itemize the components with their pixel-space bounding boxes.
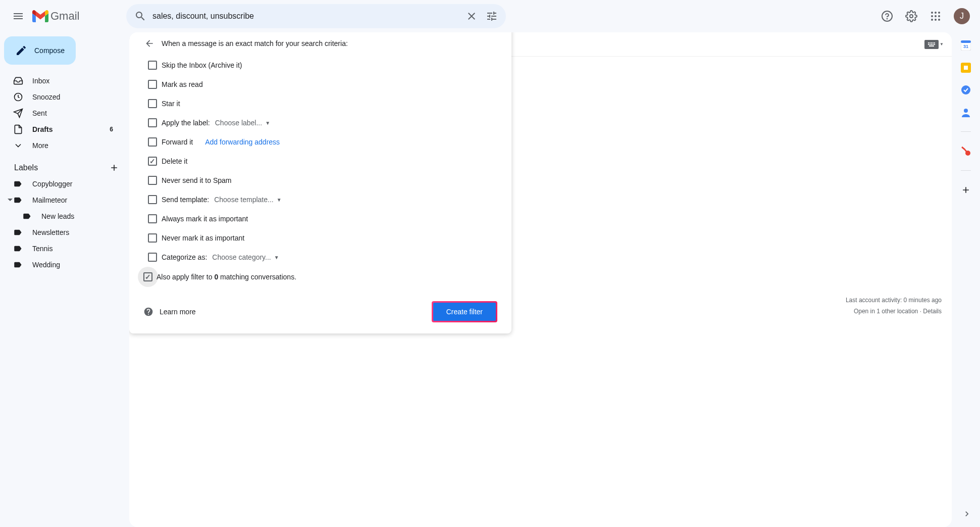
account-avatar[interactable]: J	[954, 8, 970, 24]
contacts-app-button[interactable]	[961, 107, 971, 117]
gmail-logo-wrap[interactable]: Gmail	[32, 10, 126, 23]
calendar-icon: 31	[961, 40, 971, 51]
side-panel: 31	[952, 32, 980, 195]
nav-sent[interactable]: Sent	[0, 105, 121, 121]
compose-button[interactable]: Compose	[4, 36, 76, 65]
keep-app-button[interactable]	[961, 63, 971, 73]
svg-rect-14	[930, 42, 931, 43]
checkbox-never-important[interactable]	[148, 233, 157, 243]
nav-drafts[interactable]: Drafts 6	[0, 121, 121, 137]
filter-header-text: When a message is an exact match for you…	[162, 39, 348, 47]
svg-rect-23	[929, 45, 934, 46]
search-input[interactable]	[150, 12, 461, 21]
label-icon	[13, 228, 22, 237]
label-wedding[interactable]: Wedding	[0, 257, 121, 273]
label-name: Newsletters	[32, 228, 69, 236]
checkbox-forward[interactable]	[148, 137, 157, 147]
svg-rect-17	[934, 42, 935, 43]
create-filter-highlight: Create filter	[432, 301, 497, 322]
svg-rect-28	[964, 66, 968, 70]
label-copyblogger[interactable]: Copyblogger	[0, 176, 121, 192]
apps-button[interactable]	[925, 6, 946, 26]
checkbox-never-spam[interactable]	[148, 176, 157, 185]
checkbox-also-apply[interactable]	[143, 272, 152, 281]
also-apply-pre: Also apply filter to	[157, 273, 214, 281]
filter-option-label: Send template:	[162, 196, 209, 204]
checkbox-always-important[interactable]	[148, 214, 157, 223]
drafts-icon	[13, 124, 23, 134]
settings-button[interactable]	[901, 6, 921, 26]
details-link[interactable]: Details	[923, 308, 942, 315]
choose-label-dropdown[interactable]: Choose label...▼	[215, 119, 270, 127]
tune-icon	[486, 10, 498, 22]
tasks-icon	[961, 85, 971, 95]
label-icon	[13, 260, 22, 269]
input-method-selector[interactable]: ▼	[924, 40, 944, 49]
checkbox-skip-inbox[interactable]	[148, 61, 157, 70]
filter-option-label: Star it	[162, 100, 180, 108]
nav-more[interactable]: More	[0, 137, 121, 154]
create-filter-button[interactable]: Create filter	[433, 303, 496, 321]
content-area: ▼ When a message is an exact match for y…	[129, 32, 952, 527]
clear-search-button[interactable]	[461, 6, 482, 26]
main-menu-button[interactable]	[6, 4, 30, 28]
svg-rect-15	[931, 42, 932, 43]
svg-point-30	[964, 109, 968, 113]
filter-option-label: Forward it	[162, 138, 193, 146]
choose-template-dropdown[interactable]: Choose template...▼	[214, 196, 281, 204]
caret-down-icon: ▼	[940, 42, 944, 46]
arrow-left-icon	[144, 38, 154, 49]
labels-header-text: Labels	[14, 163, 38, 172]
hamburger-icon	[12, 10, 24, 22]
support-button[interactable]	[877, 6, 897, 26]
label-icon	[13, 244, 22, 253]
svg-point-7	[935, 15, 937, 17]
nav-label: Inbox	[32, 77, 113, 85]
label-icon	[13, 179, 22, 188]
label-tennis[interactable]: Tennis	[0, 241, 121, 257]
apps-grid-icon	[930, 10, 942, 22]
comet-icon	[961, 146, 971, 156]
learn-more-link[interactable]: Learn more	[160, 308, 196, 316]
back-button[interactable]	[143, 37, 156, 50]
dropdown-text: Choose template...	[214, 196, 274, 204]
nav-snoozed[interactable]: Snoozed	[0, 89, 121, 105]
side-panel-toggle[interactable]	[962, 509, 972, 519]
caret-down-icon	[8, 198, 13, 203]
tasks-app-button[interactable]	[961, 85, 971, 95]
nav-inbox[interactable]: Inbox	[0, 73, 121, 89]
calendar-app-button[interactable]: 31	[961, 40, 971, 51]
addon-app-button[interactable]	[961, 146, 971, 156]
label-mailmeteor[interactable]: Mailmeteor	[0, 192, 121, 208]
checkbox-mark-read[interactable]	[148, 80, 157, 89]
svg-point-8	[938, 15, 940, 17]
label-name: Copyblogger	[32, 180, 72, 188]
search-options-button[interactable]	[482, 6, 502, 26]
checkbox-apply-label[interactable]	[148, 118, 157, 127]
caret-down-icon: ▼	[274, 255, 279, 260]
add-label-button[interactable]	[109, 163, 119, 173]
filter-option-label: Never send it to Spam	[162, 176, 232, 184]
get-addons-button[interactable]	[961, 185, 971, 195]
account-activity-footer: Last account activity: 0 minutes ago Ope…	[846, 295, 942, 317]
svg-rect-18	[928, 44, 929, 45]
checkbox-categorize[interactable]	[148, 253, 157, 262]
also-apply-post: matching conversations.	[218, 273, 296, 281]
label-new-leads[interactable]: New leads	[0, 208, 121, 224]
gear-icon	[905, 10, 917, 22]
clock-icon	[13, 92, 23, 102]
filter-option-label: Apply the label:	[162, 119, 210, 127]
contacts-icon	[961, 107, 971, 117]
svg-point-5	[938, 12, 940, 14]
help-icon	[143, 307, 153, 317]
add-forwarding-link[interactable]: Add forwarding address	[205, 138, 280, 146]
label-newsletters[interactable]: Newsletters	[0, 224, 121, 241]
checkbox-delete[interactable]	[148, 157, 157, 166]
sent-icon	[13, 108, 23, 118]
checkbox-star[interactable]	[148, 99, 157, 108]
choose-category-dropdown[interactable]: Choose category...▼	[212, 253, 279, 261]
checkbox-send-template[interactable]	[148, 195, 157, 204]
search-button[interactable]	[130, 6, 150, 26]
svg-text:31: 31	[963, 44, 968, 49]
help-icon	[881, 10, 893, 22]
